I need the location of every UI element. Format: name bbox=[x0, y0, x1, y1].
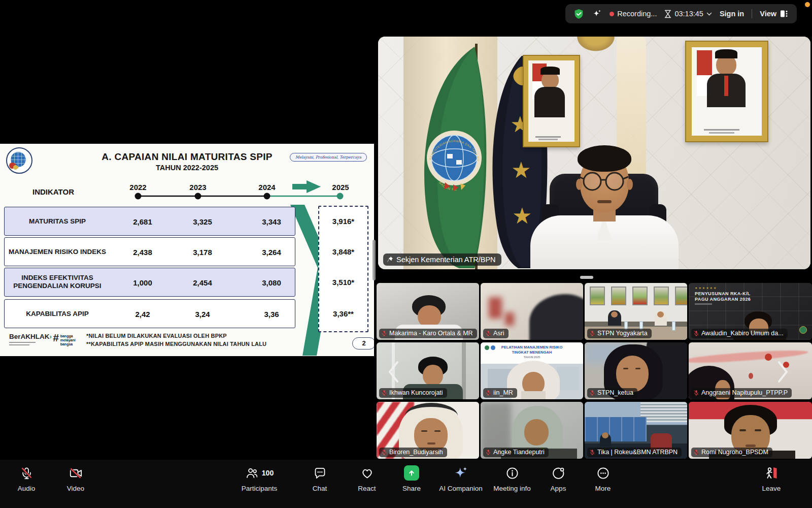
president-portrait bbox=[523, 55, 580, 147]
info-icon bbox=[505, 465, 519, 481]
more-icon bbox=[596, 465, 610, 481]
banner-text: PELATIHAN MANAJEMEN RISIKO bbox=[481, 345, 583, 350]
speaker-hair bbox=[578, 145, 631, 172]
participant-tile[interactable]: Biroren_Budiyarsih bbox=[377, 402, 479, 459]
chat-label: Chat bbox=[313, 485, 327, 492]
hourglass-icon bbox=[664, 10, 671, 18]
view-button[interactable]: View bbox=[760, 9, 789, 18]
participant-name-badge: Angke Tiandeputri bbox=[483, 448, 549, 457]
meeting-timer[interactable]: 03:13:45 bbox=[664, 10, 712, 18]
speaker-glasses bbox=[579, 170, 630, 193]
participant-name-badge: Romi Nugroho_BPSDM bbox=[691, 448, 772, 457]
gallery-drag-handle[interactable] bbox=[580, 276, 593, 279]
participant-tile[interactable]: Tika | Rokeu&BMN ATRBPN bbox=[585, 402, 687, 459]
ai-companion-icon bbox=[453, 465, 468, 481]
screen-text: PENYUSUNAN RKA-K/L bbox=[695, 291, 751, 296]
zoom-meeting-window: { "topbar": { "recording_label": "Record… bbox=[0, 0, 812, 508]
meeting-info-button[interactable]: Meeting info bbox=[484, 465, 540, 492]
cell-value: 3,343 bbox=[251, 217, 292, 226]
participant-name-badge: Biroren_Budiyarsih bbox=[379, 448, 447, 457]
gallery-next-button[interactable] bbox=[776, 360, 790, 384]
video-label: Video bbox=[67, 485, 84, 492]
participant-tile[interactable]: Makarima - Karo Ortala & MR bbox=[377, 283, 479, 340]
chat-icon bbox=[313, 465, 327, 481]
banner-text: TINGKAT MENENGAH bbox=[481, 350, 583, 355]
view-layout-icon bbox=[780, 9, 789, 18]
react-label: React bbox=[358, 485, 376, 492]
camera-off-icon bbox=[69, 465, 83, 481]
react-button[interactable]: React bbox=[349, 465, 385, 492]
leave-icon bbox=[764, 465, 779, 481]
meeting-toolbar: Audio Video 100 Participants bbox=[0, 460, 812, 508]
participant-name-badge: Awaludin_Kabiro Umum da... bbox=[691, 329, 788, 338]
participant-tile[interactable]: STPN Yogyakarta bbox=[585, 283, 687, 340]
participant-tile[interactable]: PELATIHAN MANAJEMEN RISIKO TINGKAT MENEN… bbox=[481, 342, 583, 399]
share-screen-icon bbox=[404, 465, 419, 481]
more-label: More bbox=[595, 485, 611, 492]
table-row: MATURITAS SPIP 2,681 3,325 3,343 bbox=[4, 207, 295, 236]
participant-name-badge: Anggraeni Napitupulu_PTPP.P bbox=[691, 388, 792, 398]
participant-name-badge: STPN Yogyakarta bbox=[587, 329, 652, 338]
recording-indicator[interactable]: Recording... bbox=[610, 10, 657, 18]
apps-label: Apps bbox=[551, 485, 566, 492]
target-value: 3,916* bbox=[319, 217, 367, 226]
participant-name-badge: Ikhwan Kuncorojati bbox=[379, 388, 447, 398]
ai-companion-topbar-icon[interactable] bbox=[592, 9, 602, 19]
participant-tile[interactable]: Asri bbox=[481, 283, 583, 340]
topbar-divider bbox=[752, 9, 752, 18]
row-label: MANAJEMEN RISIKO INDEKS bbox=[7, 247, 108, 256]
participant-name-badge: Makarima - Karo Ortala & MR bbox=[379, 329, 477, 338]
participant-tile[interactable]: Angke Tiandeputri bbox=[481, 402, 583, 459]
participant-tile[interactable]: Romi Nugroho_BPSDM bbox=[689, 402, 812, 459]
cell-value: 3,325 bbox=[182, 217, 223, 226]
cell-value: 2,454 bbox=[182, 278, 223, 287]
heart-icon bbox=[360, 465, 374, 481]
audio-label: Audio bbox=[18, 485, 36, 492]
participant-tile[interactable]: Anggraeni Napitupulu_PTPP.P bbox=[689, 342, 812, 399]
cell-value: 2,438 bbox=[122, 247, 163, 256]
main-speaker-video[interactable]: KEMENTERIAN AGRARIA DAN TATA RUANG BADAN… bbox=[378, 37, 810, 269]
participant-tile[interactable]: STPN_ketua bbox=[585, 342, 687, 399]
vice-president-portrait bbox=[685, 41, 768, 142]
shared-screen-slide: A. CAPAIAN NILAI MATURITAS SPIP TAHUN 20… bbox=[0, 144, 374, 356]
target-2025-box: 3,916* 3,848* 3,510* 3,36** bbox=[318, 206, 368, 332]
svg-text:★: ★ bbox=[511, 157, 531, 182]
row-label: MATURITAS SPIP bbox=[7, 217, 108, 226]
screen-text: PAGU ANGGARAN 2026 bbox=[695, 297, 751, 302]
more-button[interactable]: More bbox=[585, 465, 621, 492]
status-dot bbox=[805, 2, 810, 7]
participant-name-badge: Tika | Rokeu&BMN ATRBPN bbox=[587, 448, 682, 457]
security-shield-icon[interactable] bbox=[573, 9, 584, 19]
recording-label: Recording... bbox=[617, 10, 657, 18]
share-label: Share bbox=[402, 485, 421, 492]
apps-button[interactable]: Apps bbox=[540, 465, 576, 492]
gallery-prev-button[interactable] bbox=[387, 360, 400, 384]
meeting-info-label: Meeting info bbox=[493, 485, 531, 492]
ai-companion-button[interactable]: AI Companion bbox=[430, 465, 491, 492]
sign-in-button[interactable]: Sign in bbox=[720, 10, 744, 18]
cell-value: 3,080 bbox=[251, 278, 292, 287]
row-label: KAPABILITAS APIP bbox=[7, 309, 108, 318]
apps-icon bbox=[552, 465, 565, 481]
participant-tile[interactable]: ★★★★★★ PENYUSUNAN RKA-K/L PAGU ANGGARAN … bbox=[689, 283, 812, 340]
ai-companion-label: AI Companion bbox=[439, 485, 483, 492]
table-row: KAPABILITAS APIP 2,42 3,24 3,36 bbox=[4, 299, 295, 328]
audio-button[interactable]: Audio bbox=[9, 465, 44, 492]
cell-value: 3,36 bbox=[251, 309, 292, 318]
svg-text:★: ★ bbox=[512, 203, 532, 228]
cell-value: 3,24 bbox=[182, 309, 223, 318]
video-button[interactable]: Video bbox=[58, 465, 93, 492]
share-button[interactable]: Share bbox=[394, 465, 429, 492]
chat-button[interactable]: Chat bbox=[302, 465, 337, 492]
leave-button[interactable]: Leave bbox=[754, 465, 789, 492]
participant-name-badge: Asri bbox=[483, 329, 509, 338]
cell-value: 3,264 bbox=[251, 247, 292, 256]
row-label: INDEKS EFEKTIVITAS PENGENDALIAN KORUPSI bbox=[7, 274, 108, 291]
table-row: MANAJEMEN RISIKO INDEKS 2,438 3,178 3,26… bbox=[4, 237, 295, 266]
recording-dot bbox=[610, 12, 614, 16]
participant-name-badge: STPN_ketua bbox=[587, 388, 637, 398]
target-value: 3,848* bbox=[319, 247, 367, 256]
meeting-topbar: Recording... 03:13:45 Sign in View bbox=[565, 4, 797, 23]
participants-button[interactable]: 100 Participants bbox=[226, 465, 292, 492]
banner-text: TAHUN 2025 bbox=[481, 356, 583, 359]
